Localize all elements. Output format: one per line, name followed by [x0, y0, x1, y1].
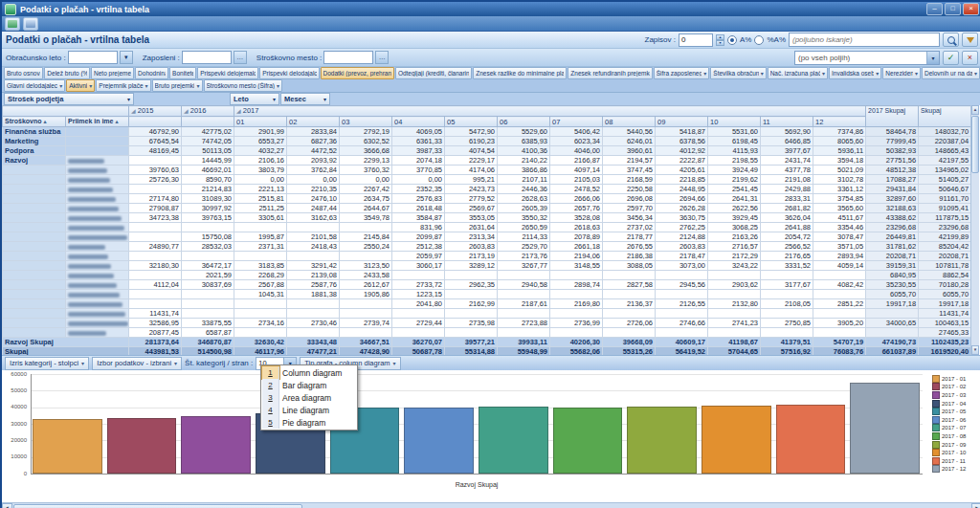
pivot-month-header[interactable]: 10: [708, 117, 761, 127]
search-button[interactable]: [943, 33, 959, 47]
pivot-field-button[interactable]: Bonitete: [169, 67, 196, 79]
toolbar-export-button[interactable]: [5, 17, 20, 31]
scroll-up-icon[interactable]: ▴: [971, 105, 979, 115]
sort-asc-icon[interactable]: ▴: [43, 119, 46, 124]
pivot-row-department[interactable]: Finančna služba46792,9042775,022901,9928…: [3, 127, 971, 137]
pivot-row-employee[interactable]: 24890,7728532,032371,312418,432550,24251…: [3, 242, 971, 252]
pivot-year-2017[interactable]: ◢ 2017: [234, 106, 866, 117]
menu-item-area-diagram[interactable]: 3Area diagram: [262, 391, 356, 404]
filter-dropdown-icon[interactable]: ▾: [703, 70, 706, 77]
search-input[interactable]: [789, 33, 940, 47]
chart-bar-2017-11[interactable]: [776, 405, 846, 474]
pivot-field-button[interactable]: Odtegljaji (krediti, članarina): [395, 67, 472, 79]
pivot-row-employee[interactable]: 2041,802162,992187,612169,802136,372126,…: [3, 299, 971, 309]
scroll-thumb[interactable]: [971, 116, 979, 173]
pivot-field-button[interactable]: Dohodnina: [135, 67, 168, 79]
pivot-row-employee[interactable]: 32586,9533875,552734,162730,462739,74272…: [3, 319, 971, 328]
scroll-left-icon[interactable]: ◂: [2, 503, 12, 508]
expand-icon[interactable]: ◢: [184, 108, 189, 114]
pivot-field-button[interactable]: Bruto prejemki▾: [152, 79, 203, 92]
pivot-month-header[interactable]: 04: [392, 117, 445, 127]
chart-bar-2017-01[interactable]: [33, 419, 102, 474]
close-button[interactable]: [963, 3, 979, 15]
apply-filter-button[interactable]: ✓: [943, 51, 959, 65]
filter-field-picker-button[interactable]: …: [375, 51, 389, 64]
match-start-radio[interactable]: [727, 35, 737, 45]
filter-field-input[interactable]: [68, 51, 118, 64]
match-any-radio[interactable]: [754, 35, 764, 45]
pivot-row-employee[interactable]: 27908,8730997,922511,252487,442644,67261…: [3, 204, 971, 213]
filter-dropdown-icon[interactable]: ▾: [915, 70, 918, 77]
pivot-row-employee[interactable]: 27174,8031089,302515,812476,102634,75257…: [3, 194, 971, 204]
horizontal-scrollbar[interactable]: ◂ ▸: [2, 502, 980, 508]
expand-icon[interactable]: ◢: [131, 108, 136, 114]
pivot-month-header[interactable]: 11: [761, 117, 813, 127]
pivot-field-button[interactable]: Neto prejemek: [91, 67, 134, 79]
chart-bar-2017-03[interactable]: [181, 416, 251, 474]
filter-field-picker-button[interactable]: …: [234, 51, 247, 64]
pivot-field-button[interactable]: Bruto osnova: [4, 67, 43, 79]
pivot-row-field-priimek[interactable]: Priimek in ime ▴: [66, 117, 129, 127]
pivot-row-employee[interactable]: 32180,3036472,173183,853291,423123,50306…: [3, 261, 971, 271]
pivot-month-header[interactable]: 05: [445, 117, 498, 127]
clear-filter-button[interactable]: ×: [962, 51, 978, 65]
maximize-button[interactable]: [945, 3, 961, 15]
hscroll-thumb[interactable]: [13, 504, 302, 508]
pivot-month-header[interactable]: 03: [340, 117, 392, 127]
pivot-field-button[interactable]: Invalidska oseba▾: [829, 67, 881, 79]
chart-bar-2017-06[interactable]: [404, 408, 474, 474]
chart-bar-2017-12[interactable]: [850, 383, 920, 474]
records-spinner[interactable]: ▴▾: [716, 34, 724, 46]
pivot-field-button[interactable]: Prispevki delodajalca: [259, 67, 319, 79]
toolbar-print-button[interactable]: [23, 17, 38, 31]
pivot-field-button[interactable]: Delovnih ur na dan▾: [922, 67, 980, 79]
pivot-field-button[interactable]: Znesek razlike do minimalne plače: [473, 67, 567, 79]
pivot-field-button[interactable]: Glavni delodajalec▾: [4, 79, 65, 92]
pivot-row-department[interactable]: Marketing67645,5474742,056553,276827,366…: [3, 137, 971, 146]
pivot-month-header[interactable]: 08: [603, 117, 656, 127]
pivot-row-field-stroskovno[interactable]: Stroškovno ▴: [3, 117, 66, 127]
chart-bar-2017-07[interactable]: [479, 407, 548, 474]
data-field-button[interactable]: Strošek podjetja ▾: [4, 93, 134, 105]
filter-field-input[interactable]: [323, 51, 373, 64]
pivot-row-employee[interactable]: 2059,972173,192173,762194,062186,382178,…: [3, 252, 971, 261]
pivot-month-header[interactable]: 12: [813, 117, 866, 127]
pivot-row-employee[interactable]: 11431,7411431,74: [3, 309, 971, 319]
filter-field-picker-button[interactable]: ▾: [120, 51, 133, 64]
pivot-year-2016[interactable]: ◢ 2016: [182, 106, 234, 117]
pivot-row-employee[interactable]: 15750,081995,872101,582145,842099,872313…: [3, 232, 971, 242]
chart-bar-2017-10[interactable]: [702, 406, 771, 474]
column-field-leto[interactable]: Leto ▾: [230, 93, 279, 105]
pivot-field-button[interactable]: Številka obračuna▾: [710, 67, 766, 79]
pivot-month-header[interactable]: 07: [550, 117, 603, 127]
categories-dropdown-button[interactable]: Izris kategorij - stolpci: [5, 357, 89, 370]
pivot-field-button[interactable]: Delež bruto (%): [44, 67, 90, 79]
pivot-field-button[interactable]: Aktivni▾: [66, 79, 95, 92]
filter-dropdown-icon[interactable]: ▾: [145, 82, 148, 89]
menu-item-column-diagram[interactable]: 1Column diagram: [262, 366, 356, 379]
menu-item-pie-diagram[interactable]: 5Pie diagram: [262, 416, 356, 429]
filter-dropdown-icon[interactable]: ▾: [277, 82, 279, 89]
scroll-right-icon[interactable]: ▸: [971, 503, 980, 508]
pivot-row-employee[interactable]: 20877,456587,8727465,33: [3, 328, 971, 338]
pivot-field-button[interactable]: Prispevki delojemalca: [197, 67, 258, 79]
filter-dropdown-icon[interactable]: ▾: [89, 82, 92, 89]
filter-dropdown-icon[interactable]: ▾: [974, 70, 977, 77]
filter-dropdown-icon[interactable]: ▾: [196, 82, 199, 89]
data-select-dropdown-button[interactable]: Izbor podatkov - izbrani: [92, 357, 182, 370]
search-fields-combo[interactable]: (po vseh poljih): [794, 51, 940, 65]
pivot-field-button[interactable]: Stroškovno mesto (Šifra)▾: [204, 79, 283, 92]
filter-button[interactable]: [962, 33, 978, 47]
menu-item-line-diagram[interactable]: 4Line diagram: [262, 404, 356, 416]
pivot-month-header[interactable]: 06: [498, 117, 550, 127]
collapse-icon[interactable]: ◢: [236, 108, 241, 114]
filter-dropdown-icon[interactable]: ▾: [59, 82, 62, 89]
vertical-scrollbar[interactable]: ▴ ▾: [970, 105, 979, 355]
minimize-button[interactable]: [926, 3, 943, 15]
pivot-field-button[interactable]: Nač. izračuna plače▾: [768, 67, 828, 79]
chart-bar-2017-08[interactable]: [553, 408, 623, 474]
chart-bar-2017-02[interactable]: [107, 418, 177, 474]
pivot-field-button[interactable]: Šifra zaposlenega▾: [654, 67, 710, 79]
filter-dropdown-icon[interactable]: ▾: [761, 70, 764, 77]
pivot-row-employee[interactable]: 25726,308590,700,000,000,000,00995,21210…: [3, 175, 971, 185]
